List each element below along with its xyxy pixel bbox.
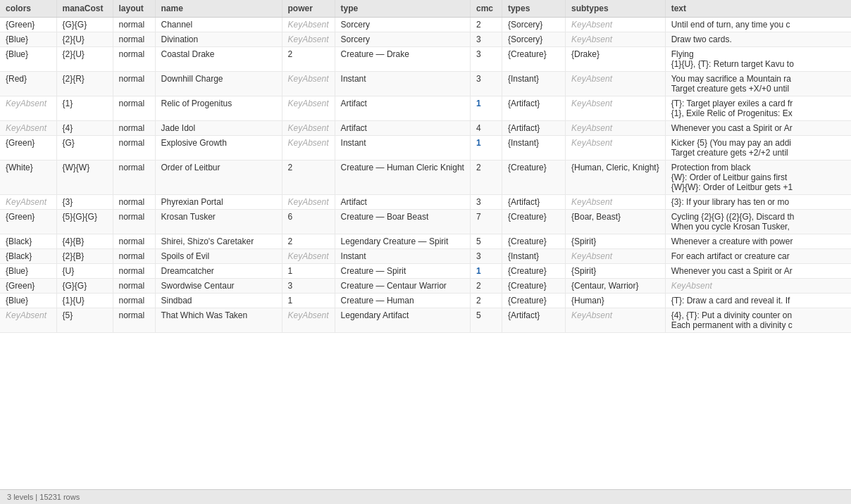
data-table: colors manaCost layout name power type c… xyxy=(0,0,851,333)
cell-types: {Creature} xyxy=(502,234,565,249)
table-row[interactable]: KeyAbsent{4}normalJade IdolKeyAbsentArti… xyxy=(0,121,851,136)
cell-colors: KeyAbsent xyxy=(0,96,56,121)
cell-text: {4}, {T}: Put a divinity counter onEach … xyxy=(665,308,851,333)
table-row[interactable]: {Green}{5}{G}{G}normalKrosan Tusker6Crea… xyxy=(0,210,851,234)
cell-manaCost: {2}{U} xyxy=(56,32,113,47)
cell-layout: normal xyxy=(113,294,155,308)
table-row[interactable]: {White}{W}{W}normalOrder of Leitbur2Crea… xyxy=(0,160,851,195)
cell-type: Sorcery xyxy=(335,18,470,32)
cell-name: Phyrexian Portal xyxy=(155,195,282,210)
cell-colors: {Blue} xyxy=(0,47,56,72)
cell-type: Artifact xyxy=(335,121,470,136)
cell-manaCost: {4} xyxy=(56,121,113,136)
cell-type: Artifact xyxy=(335,96,470,121)
cell-manaCost: {1}{U} xyxy=(56,294,113,308)
cell-cmc: 3 xyxy=(470,47,502,72)
cell-subtypes: {Human, Cleric, Knight} xyxy=(565,160,665,195)
col-header-manacost[interactable]: manaCost xyxy=(56,0,113,18)
cell-manaCost: {G}{G} xyxy=(56,279,113,294)
cell-colors: {Green} xyxy=(0,279,56,294)
cell-subtypes: KeyAbsent xyxy=(565,195,665,210)
cell-text: For each artifact or creature car xyxy=(665,249,851,264)
table-row[interactable]: {Green}{G}{G}normalSwordwise Centaur3Cre… xyxy=(0,279,851,294)
status-bar: 3 levels | 15231 rows xyxy=(0,489,851,504)
col-header-cmc[interactable]: cmc xyxy=(470,0,502,18)
col-header-types[interactable]: types xyxy=(502,0,565,18)
cell-power: KeyAbsent xyxy=(282,72,335,96)
cell-layout: normal xyxy=(113,308,155,333)
cell-colors: {Blue} xyxy=(0,264,56,279)
cell-name: Sindbad xyxy=(155,294,282,308)
cell-type: Legendary Artifact xyxy=(335,308,470,333)
cell-layout: normal xyxy=(113,32,155,47)
col-header-subtypes[interactable]: subtypes xyxy=(565,0,665,18)
cell-layout: normal xyxy=(113,264,155,279)
cell-subtypes: {Spirit} xyxy=(565,264,665,279)
cell-text: Draw two cards. xyxy=(665,32,851,47)
cell-type: Instant xyxy=(335,72,470,96)
cell-colors: {Green} xyxy=(0,136,56,160)
cell-name: Coastal Drake xyxy=(155,47,282,72)
cell-layout: normal xyxy=(113,18,155,32)
col-header-colors[interactable]: colors xyxy=(0,0,56,18)
cell-name: That Which Was Taken xyxy=(155,308,282,333)
cell-layout: normal xyxy=(113,47,155,72)
cell-subtypes: {Human} xyxy=(565,294,665,308)
cell-text: Cycling {2}{G} ({2}{G}, Discard thWhen y… xyxy=(665,210,851,234)
table-row[interactable]: {Blue}{U}normalDreamcatcher1Creature — S… xyxy=(0,264,851,279)
cell-power: 1 xyxy=(282,264,335,279)
cell-name: Relic of Progenitus xyxy=(155,96,282,121)
cell-text: {T}: Draw a card and reveal it. If xyxy=(665,294,851,308)
col-header-type[interactable]: type xyxy=(335,0,470,18)
cell-colors: {Green} xyxy=(0,18,56,32)
table-row[interactable]: {Green}{G}normalExplosive GrowthKeyAbsen… xyxy=(0,136,851,160)
cell-types: {Artifact} xyxy=(502,121,565,136)
cell-types: {Creature} xyxy=(502,279,565,294)
cell-text: KeyAbsent xyxy=(665,279,851,294)
table-row[interactable]: {Blue}{1}{U}normalSindbad1Creature — Hum… xyxy=(0,294,851,308)
cell-power: KeyAbsent xyxy=(282,96,335,121)
cell-name: Jade Idol xyxy=(155,121,282,136)
cell-cmc: 1 xyxy=(470,96,502,121)
cell-layout: normal xyxy=(113,136,155,160)
table-row[interactable]: {Red}{2}{R}normalDownhill ChargeKeyAbsen… xyxy=(0,72,851,96)
cell-types: {Artifact} xyxy=(502,195,565,210)
cell-type: Legendary Creature — Spirit xyxy=(335,234,470,249)
cell-manaCost: {G}{G} xyxy=(56,18,113,32)
cell-name: Krosan Tusker xyxy=(155,210,282,234)
cell-types: {Creature} xyxy=(502,294,565,308)
cell-types: {Instant} xyxy=(502,249,565,264)
cell-text: {T}: Target player exiles a card fr{1}, … xyxy=(665,96,851,121)
cell-name: Order of Leitbur xyxy=(155,160,282,195)
table-wrapper[interactable]: colors manaCost layout name power type c… xyxy=(0,0,851,489)
cell-manaCost: {1} xyxy=(56,96,113,121)
col-header-power[interactable]: power xyxy=(282,0,335,18)
cell-layout: normal xyxy=(113,121,155,136)
table-row[interactable]: KeyAbsent{1}normalRelic of ProgenitusKey… xyxy=(0,96,851,121)
cell-layout: normal xyxy=(113,195,155,210)
cell-power: KeyAbsent xyxy=(282,195,335,210)
table-row[interactable]: {Black}{2}{B}normalSpoils of EvilKeyAbse… xyxy=(0,249,851,264)
cell-type: Creature — Centaur Warrior xyxy=(335,279,470,294)
cell-type: Creature — Spirit xyxy=(335,264,470,279)
cell-subtypes: {Drake} xyxy=(565,47,665,72)
col-header-text[interactable]: text xyxy=(665,0,851,18)
cell-subtypes: KeyAbsent xyxy=(565,72,665,96)
table-row[interactable]: {Blue}{2}{U}normalCoastal Drake2Creature… xyxy=(0,47,851,72)
table-row[interactable]: {Black}{4}{B}normalShirei, Shizo's Caret… xyxy=(0,234,851,249)
cell-layout: normal xyxy=(113,234,155,249)
cell-power: KeyAbsent xyxy=(282,308,335,333)
cell-manaCost: {U} xyxy=(56,264,113,279)
table-row[interactable]: KeyAbsent{3}normalPhyrexian PortalKeyAbs… xyxy=(0,195,851,210)
cell-colors: {Blue} xyxy=(0,32,56,47)
table-row[interactable]: {Blue}{2}{U}normalDivinationKeyAbsentSor… xyxy=(0,32,851,47)
table-row[interactable]: {Green}{G}{G}normalChannelKeyAbsentSorce… xyxy=(0,18,851,32)
table-row[interactable]: KeyAbsent{5}normalThat Which Was TakenKe… xyxy=(0,308,851,333)
cell-subtypes: KeyAbsent xyxy=(565,308,665,333)
col-header-layout[interactable]: layout xyxy=(113,0,155,18)
header-row: colors manaCost layout name power type c… xyxy=(0,0,851,18)
cell-cmc: 3 xyxy=(470,249,502,264)
cell-name: Swordwise Centaur xyxy=(155,279,282,294)
col-header-name[interactable]: name xyxy=(155,0,282,18)
cell-power: 2 xyxy=(282,234,335,249)
